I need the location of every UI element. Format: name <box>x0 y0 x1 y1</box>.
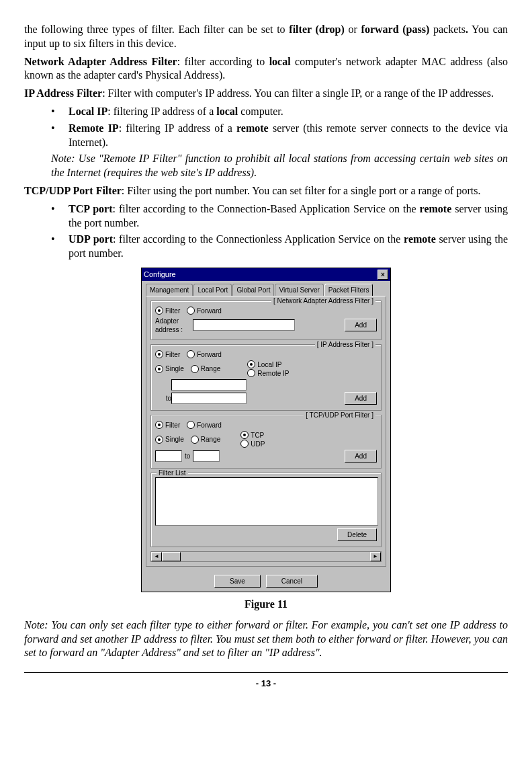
tpf-paragraph: TCP/UDP Port Filter: Filter using the po… <box>24 184 508 198</box>
scroll-left-icon[interactable]: ◄ <box>151 552 162 561</box>
scroll-right-icon[interactable]: ► <box>370 552 381 561</box>
tab-virtual-server[interactable]: Virtual Server <box>275 284 323 296</box>
cancel-button[interactable]: Cancel <box>266 575 318 588</box>
radio-filter-2[interactable]: Filter <box>155 350 180 359</box>
group-network-adapter: [ Network Adapter Address Filter ] Filte… <box>150 300 382 340</box>
adapter-address-input[interactable] <box>193 319 295 331</box>
add-button-2[interactable]: Add <box>345 392 377 405</box>
tab-strip: Management Local Port Global Port Virtua… <box>142 281 390 296</box>
note-remote-ip: Note: Use "Remote IP Filter" function to… <box>51 152 508 180</box>
figure-label: Figure 11 <box>24 598 508 612</box>
ip-to-input[interactable] <box>171 393 247 404</box>
group-label: [ IP Address Filter ] <box>315 340 375 349</box>
bullet-remote-ip: • Remote IP: filtering IP address of a r… <box>51 122 508 150</box>
horizontal-scrollbar[interactable]: ◄ ► <box>150 551 382 562</box>
radio-range-ip[interactable]: Range <box>191 364 220 373</box>
group-filter-list: Filter List Delete <box>150 473 382 547</box>
radio-filter-1[interactable]: Filter <box>155 307 180 315</box>
bullet-tcp-port: • TCP port: filter according to the Conn… <box>51 202 508 231</box>
to-label: to <box>155 394 171 403</box>
radio-range-port[interactable]: Range <box>191 435 220 444</box>
ip-from-input[interactable] <box>171 379 247 391</box>
bullet-local-ip: • Local IP: filtering IP address of a lo… <box>51 105 508 119</box>
scroll-thumb[interactable] <box>162 552 181 561</box>
group-label: [ TCP/UDP Port Filter ] <box>304 411 375 419</box>
radio-local-ip[interactable]: Local IP <box>247 360 289 369</box>
radio-single-ip[interactable]: Single <box>155 364 184 373</box>
add-button-3[interactable]: Add <box>345 450 377 463</box>
add-button-1[interactable]: Add <box>345 319 377 331</box>
radio-forward-2[interactable]: Forward <box>187 350 222 359</box>
delete-button[interactable]: Delete <box>337 528 377 541</box>
radio-single-port[interactable]: Single <box>155 435 184 444</box>
intro-paragraph: the following three types of filter. Eac… <box>24 23 508 51</box>
radio-udp[interactable]: UDP <box>240 440 265 448</box>
page-number: - 13 - <box>256 678 276 688</box>
tab-local-port[interactable]: Local Port <box>193 284 232 296</box>
radio-forward-3[interactable]: Forward <box>187 421 222 430</box>
page-footer: - 13 - <box>24 672 508 690</box>
configure-dialog: Configure × Management Local Port Global… <box>141 268 391 592</box>
filter-list-label: Filter List <box>157 469 188 477</box>
radio-remote-ip[interactable]: Remote IP <box>247 369 289 378</box>
group-tcp-udp: [ TCP/UDP Port Filter ] Filter Forward S… <box>150 415 382 469</box>
dialog-title: Configure <box>144 270 378 279</box>
dialog-titlebar[interactable]: Configure × <box>142 268 390 281</box>
bullet-udp-port: • UDP port: filter according to the Conn… <box>51 233 508 261</box>
naf-paragraph: Network Adapter Address Filter: filter a… <box>24 55 508 83</box>
figure-11: Configure × Management Local Port Global… <box>24 268 508 592</box>
tab-global-port[interactable]: Global Port <box>232 284 274 296</box>
group-ip-address: [ IP Address Filter ] Filter Forward Sin… <box>150 344 382 411</box>
to-label: to <box>185 452 190 460</box>
filter-listbox[interactable] <box>155 477 378 526</box>
port-from-input[interactable] <box>155 450 182 462</box>
close-icon[interactable]: × <box>378 270 388 280</box>
save-button[interactable]: Save <box>214 575 261 588</box>
tab-management[interactable]: Management <box>146 284 193 296</box>
tab-packet-filters[interactable]: Packet Filters <box>324 284 373 296</box>
ipf-paragraph: IP Address Filter: Filter with computer'… <box>24 87 508 101</box>
radio-filter-3[interactable]: Filter <box>155 421 180 430</box>
port-to-input[interactable] <box>193 450 220 462</box>
radio-tcp[interactable]: TCP <box>240 431 265 440</box>
adapter-address-label: Adapter address : <box>155 317 193 334</box>
group-label: [ Network Adapter Address Filter ] <box>271 296 375 305</box>
radio-forward-1[interactable]: Forward <box>187 307 222 315</box>
note-filter-types: Note: You can only set each filter type … <box>24 618 508 660</box>
